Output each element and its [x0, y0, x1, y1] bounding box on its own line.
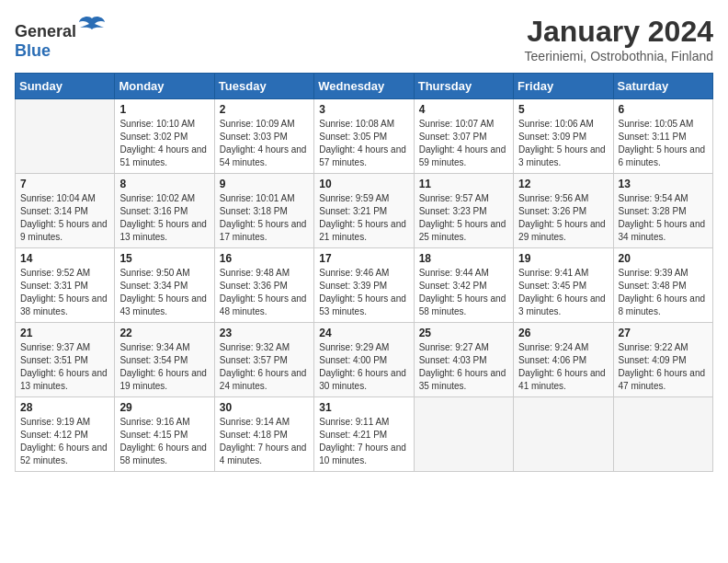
- day-number: 23: [220, 327, 309, 339]
- day-number: 11: [419, 178, 508, 190]
- day-info: Sunrise: 9:54 AMSunset: 3:28 PMDaylight:…: [619, 192, 708, 244]
- calendar-cell: 11Sunrise: 9:57 AMSunset: 3:23 PMDayligh…: [414, 174, 513, 248]
- calendar-week-row: 14Sunrise: 9:52 AMSunset: 3:31 PMDayligh…: [16, 248, 713, 323]
- day-number: 1: [119, 103, 209, 116]
- calendar-cell: 27Sunrise: 9:22 AMSunset: 4:09 PMDayligh…: [613, 323, 712, 397]
- day-info: Sunrise: 9:59 AMSunset: 3:21 PMDaylight:…: [319, 192, 408, 244]
- calendar-cell: 1Sunrise: 10:10 AMSunset: 3:02 PMDayligh…: [115, 99, 214, 174]
- day-number: 15: [119, 252, 209, 265]
- day-info: Sunrise: 9:37 AMSunset: 3:51 PMDaylight:…: [20, 341, 109, 393]
- logo: General Blue: [15, 15, 106, 61]
- calendar-cell: 22Sunrise: 9:34 AMSunset: 3:54 PMDayligh…: [115, 323, 214, 397]
- day-info: Sunrise: 10:02 AMSunset: 3:16 PMDaylight…: [119, 192, 209, 244]
- day-number: 21: [20, 327, 109, 339]
- day-info: Sunrise: 10:08 AMSunset: 3:05 PMDaylight…: [319, 118, 408, 169]
- calendar-cell: 9Sunrise: 10:01 AMSunset: 3:18 PMDayligh…: [214, 174, 313, 248]
- calendar-cell: 23Sunrise: 9:32 AMSunset: 3:57 PMDayligh…: [214, 323, 313, 397]
- calendar-cell: 29Sunrise: 9:16 AMSunset: 4:15 PMDayligh…: [115, 397, 214, 472]
- calendar-cell: 10Sunrise: 9:59 AMSunset: 3:21 PMDayligh…: [314, 174, 414, 248]
- calendar-cell: 6Sunrise: 10:05 AMSunset: 3:11 PMDayligh…: [613, 99, 712, 174]
- day-number: 18: [419, 252, 508, 265]
- weekday-header: Friday: [514, 74, 613, 99]
- calendar-week-row: 7Sunrise: 10:04 AMSunset: 3:14 PMDayligh…: [16, 174, 713, 248]
- calendar-cell: [414, 397, 513, 472]
- day-number: 20: [619, 252, 708, 265]
- calendar-cell: 2Sunrise: 10:09 AMSunset: 3:03 PMDayligh…: [214, 99, 313, 174]
- weekday-header-row: SundayMondayTuesdayWednesdayThursdayFrid…: [16, 74, 713, 99]
- calendar-cell: 31Sunrise: 9:11 AMSunset: 4:21 PMDayligh…: [314, 397, 414, 472]
- day-number: 27: [619, 327, 708, 339]
- day-number: 17: [319, 252, 408, 265]
- day-number: 16: [220, 252, 309, 265]
- calendar-cell: 19Sunrise: 9:41 AMSunset: 3:45 PMDayligh…: [514, 248, 613, 323]
- day-info: Sunrise: 9:44 AMSunset: 3:42 PMDaylight:…: [419, 267, 508, 318]
- day-number: 12: [518, 178, 608, 190]
- logo-bird-icon: [78, 15, 106, 37]
- calendar-cell: 14Sunrise: 9:52 AMSunset: 3:31 PMDayligh…: [16, 248, 115, 323]
- day-number: 19: [518, 252, 608, 265]
- calendar-week-row: 28Sunrise: 9:19 AMSunset: 4:12 PMDayligh…: [16, 397, 713, 472]
- calendar-cell: [514, 397, 613, 472]
- day-info: Sunrise: 9:32 AMSunset: 3:57 PMDaylight:…: [220, 341, 309, 393]
- day-info: Sunrise: 10:01 AMSunset: 3:18 PMDaylight…: [220, 192, 309, 244]
- day-info: Sunrise: 9:19 AMSunset: 4:12 PMDaylight:…: [20, 416, 109, 467]
- weekday-header: Thursday: [414, 74, 513, 99]
- day-info: Sunrise: 10:04 AMSunset: 3:14 PMDaylight…: [20, 192, 109, 244]
- calendar-cell: 25Sunrise: 9:27 AMSunset: 4:03 PMDayligh…: [414, 323, 513, 397]
- day-number: 29: [119, 401, 209, 414]
- day-number: 9: [220, 178, 309, 190]
- calendar-cell: 12Sunrise: 9:56 AMSunset: 3:26 PMDayligh…: [514, 174, 613, 248]
- day-number: 3: [319, 103, 408, 116]
- day-number: 25: [419, 327, 508, 339]
- day-info: Sunrise: 9:46 AMSunset: 3:39 PMDaylight:…: [319, 267, 408, 318]
- day-number: 31: [319, 401, 408, 414]
- calendar-cell: 4Sunrise: 10:07 AMSunset: 3:07 PMDayligh…: [414, 99, 513, 174]
- day-info: Sunrise: 9:11 AMSunset: 4:21 PMDaylight:…: [319, 416, 408, 467]
- logo-blue: Blue: [15, 41, 51, 60]
- day-info: Sunrise: 9:14 AMSunset: 4:18 PMDaylight:…: [220, 416, 309, 467]
- calendar-subtitle: Teeriniemi, Ostrobothnia, Finland: [525, 49, 713, 63]
- day-number: 24: [319, 327, 408, 339]
- day-info: Sunrise: 9:29 AMSunset: 4:00 PMDaylight:…: [319, 341, 408, 393]
- day-number: 7: [20, 178, 109, 190]
- calendar-cell: 21Sunrise: 9:37 AMSunset: 3:51 PMDayligh…: [16, 323, 115, 397]
- page-header: General Blue January 2024 Teeriniemi, Os…: [15, 15, 713, 63]
- calendar-cell: [16, 99, 115, 174]
- calendar-cell: 7Sunrise: 10:04 AMSunset: 3:14 PMDayligh…: [16, 174, 115, 248]
- logo-text: General Blue: [15, 15, 106, 61]
- day-number: 30: [220, 401, 309, 414]
- day-number: 2: [220, 103, 309, 116]
- day-info: Sunrise: 9:27 AMSunset: 4:03 PMDaylight:…: [419, 341, 508, 393]
- day-info: Sunrise: 9:48 AMSunset: 3:36 PMDaylight:…: [220, 267, 309, 318]
- day-info: Sunrise: 9:16 AMSunset: 4:15 PMDaylight:…: [119, 416, 209, 467]
- day-number: 13: [619, 178, 708, 190]
- weekday-header: Tuesday: [214, 74, 313, 99]
- day-number: 10: [319, 178, 408, 190]
- day-info: Sunrise: 10:06 AMSunset: 3:09 PMDaylight…: [518, 118, 608, 169]
- day-info: Sunrise: 9:24 AMSunset: 4:06 PMDaylight:…: [518, 341, 608, 393]
- day-number: 22: [119, 327, 209, 339]
- calendar-cell: 17Sunrise: 9:46 AMSunset: 3:39 PMDayligh…: [314, 248, 414, 323]
- calendar-cell: 16Sunrise: 9:48 AMSunset: 3:36 PMDayligh…: [214, 248, 313, 323]
- calendar-cell: 5Sunrise: 10:06 AMSunset: 3:09 PMDayligh…: [514, 99, 613, 174]
- calendar-cell: 13Sunrise: 9:54 AMSunset: 3:28 PMDayligh…: [613, 174, 712, 248]
- weekday-header: Wednesday: [314, 74, 414, 99]
- calendar-cell: 20Sunrise: 9:39 AMSunset: 3:48 PMDayligh…: [613, 248, 712, 323]
- weekday-header: Saturday: [613, 74, 712, 99]
- weekday-header: Sunday: [16, 74, 115, 99]
- day-info: Sunrise: 10:10 AMSunset: 3:02 PMDaylight…: [119, 118, 209, 169]
- day-number: 28: [20, 401, 109, 414]
- day-number: 26: [518, 327, 608, 339]
- calendar-cell: 15Sunrise: 9:50 AMSunset: 3:34 PMDayligh…: [115, 248, 214, 323]
- calendar-cell: 18Sunrise: 9:44 AMSunset: 3:42 PMDayligh…: [414, 248, 513, 323]
- calendar-cell: 26Sunrise: 9:24 AMSunset: 4:06 PMDayligh…: [514, 323, 613, 397]
- day-number: 5: [518, 103, 608, 116]
- calendar-cell: [613, 397, 712, 472]
- day-number: 8: [119, 178, 209, 190]
- day-info: Sunrise: 10:07 AMSunset: 3:07 PMDaylight…: [419, 118, 508, 169]
- calendar-table: SundayMondayTuesdayWednesdayThursdayFrid…: [15, 73, 713, 472]
- calendar-week-row: 21Sunrise: 9:37 AMSunset: 3:51 PMDayligh…: [16, 323, 713, 397]
- logo-general: General: [15, 22, 76, 40]
- day-info: Sunrise: 9:34 AMSunset: 3:54 PMDaylight:…: [119, 341, 209, 393]
- day-info: Sunrise: 10:05 AMSunset: 3:11 PMDaylight…: [619, 118, 708, 169]
